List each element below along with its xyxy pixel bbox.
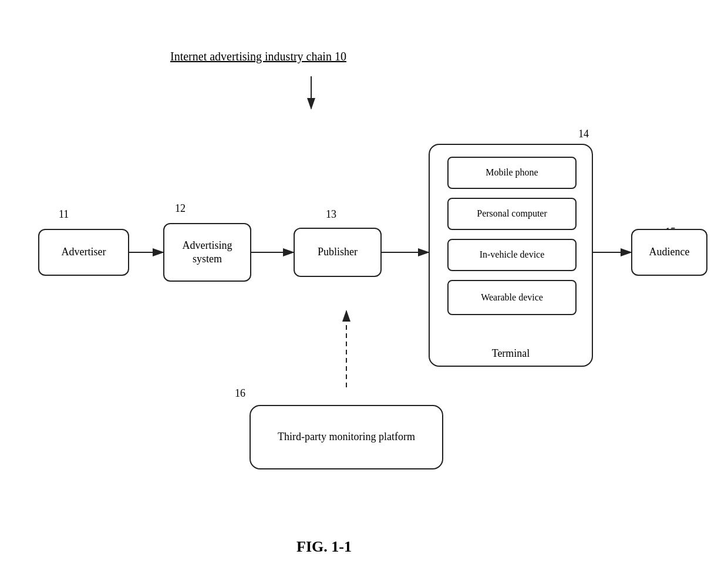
wearable-device-label: Wearable device (481, 292, 543, 304)
mobile-phone-node: Mobile phone (447, 157, 577, 189)
third-party-label: Third-party monitoring platform (278, 430, 415, 444)
in-vehicle-device-node: In-vehicle device (447, 239, 577, 271)
number-13: 13 (326, 208, 336, 221)
in-vehicle-device-label: In-vehicle device (480, 249, 545, 261)
advertising-system-node: Advertising system (163, 223, 251, 282)
third-party-node: Third-party monitoring platform (250, 405, 443, 469)
diagram: Internet advertising industry chain 10 1… (0, 0, 728, 588)
personal-computer-node: Personal computer (447, 198, 577, 230)
audience-label: Audience (649, 245, 690, 259)
audience-node: Audience (631, 229, 707, 276)
advertiser-label: Advertiser (62, 245, 106, 259)
personal-computer-label: Personal computer (477, 208, 547, 220)
terminal-container: Mobile phone Personal computer In-vehicl… (429, 144, 593, 367)
number-16: 16 (235, 387, 245, 400)
wearable-device-node: Wearable device (447, 280, 577, 315)
number-14: 14 (578, 128, 589, 140)
arrows-svg (0, 0, 728, 588)
publisher-label: Publisher (318, 245, 358, 259)
diagram-title: Internet advertising industry chain 10 (170, 50, 346, 63)
advertising-system-label: Advertising system (169, 239, 245, 266)
number-12: 12 (175, 202, 186, 215)
mobile-phone-label: Mobile phone (486, 167, 538, 179)
fig-label: FIG. 1-1 (296, 538, 352, 556)
publisher-node: Publisher (294, 228, 382, 277)
number-11: 11 (59, 208, 69, 221)
advertiser-node: Advertiser (38, 229, 129, 276)
terminal-label: Terminal (430, 347, 592, 360)
